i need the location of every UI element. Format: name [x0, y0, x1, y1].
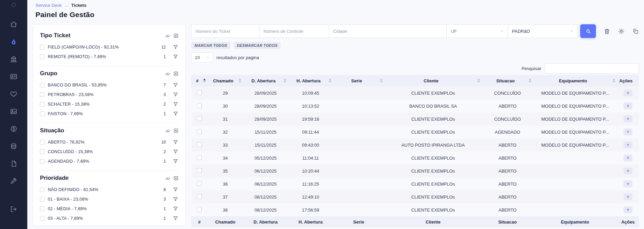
funnel-icon[interactable]: [173, 54, 178, 59]
filter-section-header: Situação: [40, 127, 178, 134]
chamado-cell: 38: [207, 203, 243, 216]
control-number-input[interactable]: [259, 24, 329, 38]
expand-row-button[interactable]: +: [624, 129, 632, 135]
expand-row-button[interactable]: +: [624, 90, 632, 96]
funnel-icon[interactable]: [173, 44, 178, 50]
funnel-icon[interactable]: [173, 187, 178, 192]
acoes-cell: +: [617, 177, 639, 190]
page-size-select[interactable]: 10: [191, 52, 213, 63]
serie-cell: [333, 125, 384, 138]
filter-option-checkbox[interactable]: [40, 197, 45, 202]
check-all-icon[interactable]: [165, 71, 170, 76]
deselect-all-link[interactable]: DESMARCAR TODOS: [234, 42, 281, 49]
sidebar-item-id-card[interactable]: [10, 72, 18, 81]
row-checkbox[interactable]: [197, 155, 202, 160]
search-button[interactable]: [580, 24, 596, 38]
sidebar-item-image[interactable]: [10, 107, 18, 116]
clear-section-icon[interactable]: [173, 33, 178, 38]
check-all-icon[interactable]: [165, 33, 170, 38]
situacao-cell: ABERTO: [482, 164, 533, 177]
row-checkbox[interactable]: [197, 194, 202, 199]
clear-section-icon[interactable]: [173, 128, 178, 133]
clear-section-icon[interactable]: [173, 176, 178, 181]
expand-row-button[interactable]: +: [624, 167, 632, 174]
cliente-cell: BANCO DO BRASIL SA: [384, 99, 482, 112]
column-header-cliente[interactable]: Cliente: [384, 75, 482, 86]
filter-option-checkbox[interactable]: [40, 83, 45, 87]
copy-button[interactable]: [632, 28, 639, 35]
sidebar-item-dollar-coin[interactable]: [10, 125, 18, 133]
filter-option-checkbox[interactable]: [40, 216, 45, 221]
funnel-icon[interactable]: [173, 92, 178, 97]
row-checkbox[interactable]: [197, 142, 202, 147]
filter-option-checkbox[interactable]: [40, 159, 45, 164]
filter-option-checkbox[interactable]: [40, 140, 45, 145]
trash-icon: [604, 28, 610, 35]
select-all-link[interactable]: MARCAR TODOS: [191, 42, 230, 49]
settings-button[interactable]: [618, 28, 625, 35]
city-input[interactable]: [329, 24, 447, 38]
row-select-cell: [191, 99, 207, 112]
dollar-coin-icon: [10, 125, 17, 133]
row-checkbox[interactable]: [197, 168, 202, 173]
column-header-d-abertura[interactable]: D. Abertura: [243, 75, 288, 86]
sidebar-item-bank[interactable]: [10, 55, 18, 63]
column-header-serie[interactable]: Serie: [333, 75, 384, 86]
expand-row-button[interactable]: +: [624, 206, 632, 213]
expand-row-button[interactable]: +: [624, 193, 632, 200]
column-header-situacao[interactable]: Situacao: [482, 75, 533, 86]
row-checkbox[interactable]: [197, 116, 202, 121]
column-header-h-abertura[interactable]: H. Abertura: [288, 75, 333, 86]
funnel-icon[interactable]: [173, 216, 178, 221]
filter-option-checkbox[interactable]: [40, 111, 45, 116]
sidebar-item-logout[interactable]: [10, 205, 18, 213]
funnel-icon[interactable]: [173, 206, 178, 212]
filter-option-checkbox[interactable]: [40, 92, 45, 97]
column-header-num[interactable]: #: [191, 75, 207, 86]
funnel-icon[interactable]: [173, 149, 178, 154]
row-checkbox[interactable]: [197, 207, 202, 212]
filter-option-checkbox[interactable]: [40, 187, 45, 192]
filter-option-checkbox[interactable]: [40, 102, 45, 107]
funnel-icon[interactable]: [173, 102, 178, 107]
filter-option: AGENDADO - 7,69% 1: [40, 157, 178, 166]
row-checkbox[interactable]: [197, 129, 202, 134]
row-checkbox[interactable]: [197, 103, 202, 108]
expand-row-button[interactable]: +: [624, 142, 632, 148]
expand-row-button[interactable]: +: [624, 180, 632, 187]
sidebar-item-coins[interactable]: [10, 142, 18, 150]
filter-option-checkbox[interactable]: [40, 54, 45, 59]
expand-row-button[interactable]: +: [624, 103, 632, 109]
filter-option-checkbox[interactable]: [40, 206, 45, 211]
sidebar-item-home[interactable]: [10, 20, 18, 28]
funnel-icon[interactable]: [173, 111, 178, 117]
h-abertura-cell: 11:04:11: [288, 151, 333, 164]
clear-section-icon[interactable]: [173, 71, 178, 76]
check-all-icon[interactable]: [165, 128, 170, 133]
breadcrumb-service-desk-link[interactable]: Service Desk: [35, 3, 62, 8]
sidebar-item-tools[interactable]: [10, 177, 18, 185]
funnel-icon[interactable]: [173, 82, 178, 88]
ticket-number-input[interactable]: [191, 24, 259, 38]
expand-row-button[interactable]: +: [624, 154, 632, 161]
column-header-equipamento[interactable]: Equipamento: [533, 75, 617, 86]
sidebar-item-document[interactable]: [10, 160, 18, 168]
filter-option-checkbox[interactable]: [40, 149, 45, 154]
check-all-icon[interactable]: [165, 176, 170, 181]
funnel-icon[interactable]: [173, 159, 178, 164]
padrao-select[interactable]: PADRãO: [507, 24, 577, 38]
uf-select[interactable]: UF: [446, 24, 508, 38]
row-checkbox[interactable]: [197, 181, 202, 186]
sidebar-item-heart[interactable]: [10, 90, 18, 98]
column-header-chamado[interactable]: Chamado: [207, 75, 243, 86]
acoes-cell: +: [617, 138, 639, 151]
clear-filters-button[interactable]: [603, 28, 610, 35]
sidebar-item-flame[interactable]: [10, 38, 18, 46]
table-search-input[interactable]: [545, 63, 639, 73]
funnel-icon[interactable]: [173, 197, 178, 202]
funnel-icon[interactable]: [173, 139, 178, 145]
topbar: Service Desk → Tickets Painel de Gestão: [33, 3, 639, 19]
filter-option-checkbox[interactable]: [40, 45, 45, 50]
row-checkbox[interactable]: [197, 90, 202, 95]
expand-row-button[interactable]: +: [624, 116, 632, 122]
